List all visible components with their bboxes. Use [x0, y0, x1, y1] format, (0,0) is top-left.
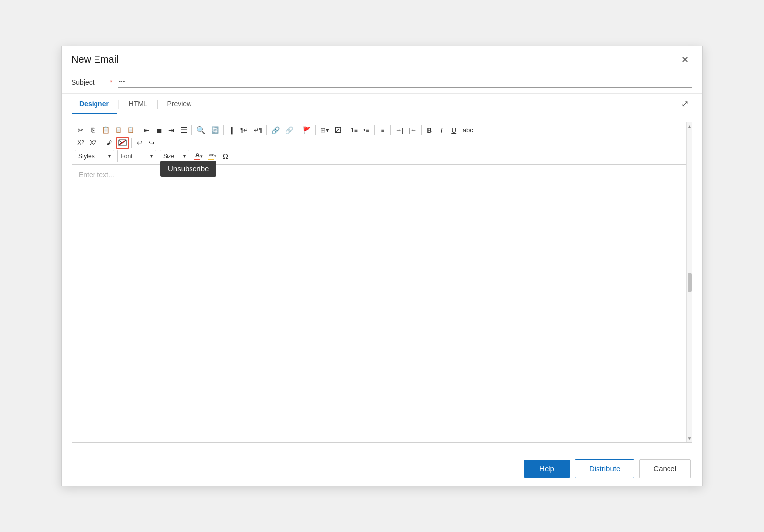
italic-button[interactable]: I	[436, 124, 448, 136]
close-button[interactable]: ✕	[677, 53, 692, 66]
tab-preview[interactable]: Preview	[159, 94, 199, 114]
svg-line-4	[123, 143, 126, 145]
size-dropdown[interactable]: Size ▾	[160, 150, 189, 162]
toolbar-row-3: Styles ▾ Font ▾ Size ▾ A	[75, 150, 689, 162]
unsubscribe-button[interactable]	[116, 137, 129, 149]
table-button[interactable]: ⊞▾	[318, 124, 332, 136]
toolbar-row-2: X2 X2 🖌 ↩ ↪	[75, 137, 689, 149]
cut-button[interactable]: ✂	[75, 124, 87, 136]
distribute-button[interactable]: Distribute	[575, 459, 634, 478]
required-indicator: *	[110, 78, 112, 86]
font-color-icon: A	[194, 152, 200, 160]
sep-8	[374, 125, 375, 135]
tab-sep-1: |	[118, 99, 120, 108]
subject-value: ---	[118, 77, 125, 85]
unsubscribe-icon	[118, 139, 127, 147]
replace-button[interactable]: 🔄	[209, 124, 221, 136]
paste-text-button[interactable]: 📋	[113, 124, 124, 136]
sep-9	[390, 125, 391, 135]
tab-html[interactable]: HTML	[121, 94, 155, 114]
scroll-down-arrow[interactable]: ▼	[686, 434, 693, 442]
ordered-list-button[interactable]: 1≡	[348, 124, 360, 136]
editor-tabs: Designer | HTML | Preview ⤢	[62, 94, 702, 114]
align-left-button[interactable]: ⇤	[141, 124, 153, 136]
tab-designer[interactable]: Designer	[72, 94, 117, 114]
sep-r2-2	[131, 138, 132, 148]
cancel-button[interactable]: Cancel	[639, 459, 691, 478]
font-color-button[interactable]: A ▾	[192, 150, 205, 162]
sep-6	[315, 125, 316, 135]
undo-button[interactable]: ↩	[134, 137, 145, 149]
sep-r2-1	[101, 138, 101, 148]
align-center-button[interactable]: ≣	[153, 124, 165, 136]
paste-button[interactable]: 📋	[99, 124, 112, 136]
editor-area: ✂ ⎘ 📋 📋 📋 ⇤ ≣ ⇥ ☰ 🔍 🔄 ❙ ¶↵ ↵¶ 🔗 🔗	[72, 122, 692, 443]
align-justify-button[interactable]: ☰	[178, 124, 190, 136]
outdent-button[interactable]: |←	[406, 124, 419, 136]
font-arrow: ▾	[150, 153, 153, 159]
subject-row: Subject * ---	[62, 71, 702, 94]
block-button[interactable]: ≡	[377, 124, 388, 136]
subscript-button[interactable]: X2	[75, 137, 87, 149]
unordered-list-button[interactable]: •≡	[360, 124, 372, 136]
highlight-icon: ✏	[208, 152, 214, 160]
svg-line-1	[119, 140, 122, 143]
copy-button[interactable]: ⎘	[87, 124, 99, 136]
size-arrow: ▾	[183, 153, 186, 159]
dialog-title: New Email	[72, 54, 119, 65]
font-dropdown[interactable]: Font ▾	[117, 150, 156, 162]
bold-button[interactable]: B	[424, 124, 435, 136]
editor-body[interactable]: Enter text...	[72, 165, 692, 442]
unlink-button[interactable]: 🔗	[283, 124, 296, 136]
indent-button[interactable]: →|	[393, 124, 406, 136]
image-button[interactable]: 🖼	[332, 124, 344, 136]
ltr-button[interactable]: ¶↵	[238, 124, 251, 136]
help-button[interactable]: Help	[524, 460, 570, 478]
new-email-dialog: New Email ✕ Subject * --- Designer | HTM…	[61, 46, 703, 486]
find-button[interactable]: 🔍	[194, 124, 208, 136]
paste-word-button[interactable]: 📋	[125, 124, 137, 136]
link-button[interactable]: 🔗	[269, 124, 282, 136]
sep-2	[191, 125, 192, 135]
rtl-button[interactable]: ↵¶	[251, 124, 264, 136]
tab-sep-2: |	[156, 99, 159, 108]
underline-button[interactable]: U	[448, 124, 460, 136]
sep-1	[139, 125, 139, 135]
sep-7	[346, 125, 346, 135]
editor-scrollbar[interactable]: ▲ ▼	[686, 122, 692, 442]
font-label: Font	[120, 153, 132, 160]
highlight-button[interactable]: ✏ ▾	[206, 150, 219, 162]
dialog-header: New Email ✕	[62, 46, 702, 71]
blockquote-button[interactable]: ❙	[226, 124, 238, 136]
scroll-up-arrow[interactable]: ▲	[686, 122, 693, 131]
toolbar-row-1: ✂ ⎘ 📋 📋 📋 ⇤ ≣ ⇥ ☰ 🔍 🔄 ❙ ¶↵ ↵¶ 🔗 🔗	[75, 124, 689, 136]
strikethrough-button[interactable]: abc	[460, 124, 476, 136]
redo-button[interactable]: ↪	[146, 137, 158, 149]
styles-arrow: ▾	[108, 153, 111, 159]
subject-field-container: ---	[118, 77, 692, 88]
sep-3	[223, 125, 224, 135]
clear-format-button[interactable]: 🖌	[103, 137, 115, 149]
sep-10	[421, 125, 422, 135]
dialog-footer: Help Distribute Cancel	[62, 451, 702, 486]
styles-dropdown[interactable]: Styles ▾	[75, 150, 114, 162]
subject-label: Subject	[72, 78, 106, 86]
align-right-button[interactable]: ⇥	[166, 124, 177, 136]
special-chars-button[interactable]: Ω	[219, 150, 231, 162]
sep-5	[298, 125, 298, 135]
superscript-button[interactable]: X2	[87, 137, 99, 149]
flag-button[interactable]: 🚩	[300, 124, 313, 136]
editor-placeholder: Enter text...	[79, 171, 114, 179]
expand-button[interactable]: ⤢	[677, 94, 692, 113]
scroll-thumb[interactable]	[688, 273, 692, 292]
editor-toolbar: ✂ ⎘ 📋 📋 📋 ⇤ ≣ ⇥ ☰ 🔍 🔄 ❙ ¶↵ ↵¶ 🔗 🔗	[72, 122, 692, 165]
styles-label: Styles	[78, 153, 95, 160]
sep-4	[266, 125, 267, 135]
size-label: Size	[163, 153, 174, 160]
